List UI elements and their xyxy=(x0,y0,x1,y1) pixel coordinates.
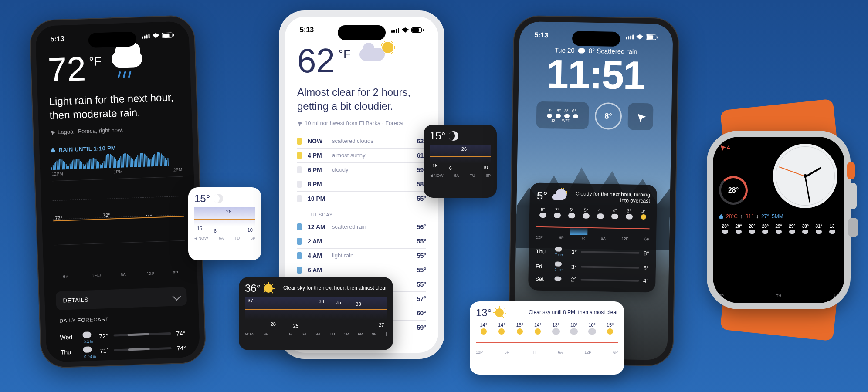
widget-mini-chart xyxy=(536,221,649,237)
ls-widget-temp-ring[interactable]: 8° xyxy=(594,102,622,130)
hourly-row[interactable]: 6 PMcloudy59° xyxy=(297,163,426,177)
complication-temp-ring[interactable]: 28° xyxy=(719,176,748,205)
daily-row[interactable]: Fri2 mm3°6° xyxy=(536,259,649,276)
lockscreen-forecast-widget[interactable]: 5° Cloudy for the next hour, turning int… xyxy=(528,182,657,292)
daily-row[interactable]: Sat2°4° xyxy=(535,274,648,287)
battery-icon: 76 xyxy=(162,32,174,38)
hour-cell: 5° xyxy=(580,207,592,220)
hour-cell: 10° xyxy=(584,322,600,335)
hourly-row[interactable]: 4 AMlight rain55° xyxy=(297,249,426,263)
day-label: TUESDAY xyxy=(297,206,426,220)
hour-cell: 3° xyxy=(623,208,635,220)
sun-icon xyxy=(495,308,504,317)
widget-desc: Clear sky until 8 PM, then almost clear xyxy=(507,309,618,316)
apple-watch: 4 28° 28°C ↑31° ↓27° 5MM 28°28°28°28°29°… xyxy=(707,131,851,309)
temp-unit: °F xyxy=(89,54,102,69)
widget-temp: 13° xyxy=(476,307,492,319)
hour-cell: 6° xyxy=(536,207,549,219)
location-arrow-icon xyxy=(49,129,56,136)
status-time: 5:13 xyxy=(534,31,548,40)
rain-icon: 0.03 in xyxy=(83,346,95,356)
hour-cell: 29° xyxy=(773,224,785,235)
weather-summary: Light rain for the next hour, then moder… xyxy=(49,90,180,123)
hour-cell: 3° xyxy=(637,209,650,221)
raindrop-icon xyxy=(51,147,55,152)
widget-medium-clear[interactable]: 13°Clear sky until 8 PM, then almost cle… xyxy=(470,301,624,375)
lockscreen-widgets-row: 9°8°8°6° 12WED 8° xyxy=(518,101,671,131)
location-label: 10 mi northwest from El Barka · Foreca xyxy=(297,120,426,126)
watch-display[interactable]: 4 28° 28°C ↑31° ↓27° 5MM 28°28°28°28°29°… xyxy=(713,137,844,303)
hourly-temp-chart[interactable]: 72° 72° 71° xyxy=(52,176,185,245)
widget-temp: 5° xyxy=(537,189,548,203)
hour-cell: 28° xyxy=(732,224,745,235)
hour-cell: 14° xyxy=(530,322,546,335)
hour-cell: 28° xyxy=(719,224,732,235)
hour-cell: 13° xyxy=(548,322,564,335)
widget-small-dark[interactable]: 15° 15 6 26 10 ◀ NOW6ATU6P xyxy=(424,125,497,198)
hour-cell: 29° xyxy=(786,224,798,235)
watch-xlabels: 8PTH4A xyxy=(719,294,838,298)
widget-mini-chart xyxy=(476,337,618,349)
signal-icon xyxy=(142,34,149,39)
moon-icon xyxy=(449,131,458,141)
chevron-down-icon xyxy=(173,292,181,301)
hourly-row[interactable]: 12 AMscattered rain56° xyxy=(297,220,426,234)
location-arrow-icon xyxy=(296,120,303,127)
battery-icon: 76 xyxy=(646,34,658,40)
wind-arrow-icon xyxy=(635,111,646,122)
widget-small-light[interactable]: 15° 15 6 26 10 ◀ NOW6ATU6P xyxy=(188,187,261,260)
battery-icon: 76 xyxy=(411,27,424,33)
dynamic-island xyxy=(338,25,386,40)
current-temp: 62 xyxy=(297,44,335,78)
widget-desc: Clear sky for the next hour, then almost… xyxy=(276,285,387,292)
digital-crown[interactable] xyxy=(848,218,858,237)
hourly-row[interactable]: 6 AM55° xyxy=(297,263,426,277)
complication-temp-strip[interactable]: 28°C ↑31° ↓27° 5MM xyxy=(719,213,838,220)
widget-temp: 15° xyxy=(430,130,445,142)
raindrop-icon xyxy=(719,214,723,219)
hour-cell: 7° xyxy=(551,207,563,219)
partly-cloudy-icon xyxy=(359,44,393,64)
rain-icon: 0.3 in xyxy=(82,331,94,341)
phone-dark: 5:13 76 72 °F Light rain for the next ho… xyxy=(29,15,207,369)
hour-cell: 15° xyxy=(603,322,618,335)
weather-summary: Almost clear for 2 hours, getting a bit … xyxy=(297,85,426,114)
hour-cell: 6° xyxy=(565,207,578,220)
widget-chart: 37 28 25 36 35 33 27 xyxy=(245,297,387,330)
widget-desc: Cloudy for the next hour, turning into o… xyxy=(569,190,650,204)
hour-cell: 10° xyxy=(566,322,582,335)
widget-chart: 15 6 26 10 xyxy=(194,207,255,234)
hour-cell: 28° xyxy=(759,224,772,235)
watch-hourly-forecast[interactable]: 28°28°28°28°29°29°30°31°13 xyxy=(719,224,838,235)
rain-until-label: RAIN UNTIL 1:10 PM xyxy=(51,142,181,153)
hour-cell: 13 xyxy=(826,224,838,235)
hourly-row[interactable]: NOWscattered clouds62° xyxy=(297,134,426,149)
wifi-icon xyxy=(152,33,159,38)
temp-unit: °F xyxy=(339,47,351,61)
hourly-row[interactable]: 4 PMalmost sunny61° xyxy=(297,149,426,163)
ls-widget-hourly[interactable]: 9°8°8°6° 12WED xyxy=(536,101,589,129)
complication-compass[interactable]: 4 xyxy=(720,144,730,151)
rain-cloud-icon xyxy=(110,50,145,76)
hour-cell: 28° xyxy=(746,224,758,235)
hourly-row[interactable]: 10 PM55° xyxy=(297,192,426,206)
widget-medium-sunny[interactable]: 36°Clear sky for the next hour, then alm… xyxy=(239,277,393,350)
status-time: 5:13 xyxy=(50,35,64,43)
daily-row[interactable]: Thu7 mm3°8° xyxy=(536,244,649,261)
hour-cell: 4° xyxy=(608,208,621,220)
hourly-row[interactable]: 8 PM58° xyxy=(297,177,426,192)
hourly-row[interactable]: 2 AM55° xyxy=(297,234,426,249)
hour-cell: 14° xyxy=(476,322,492,335)
details-section-header[interactable]: DETAILS xyxy=(56,287,187,310)
ls-widget-wind[interactable] xyxy=(627,103,653,130)
current-temp: 72 xyxy=(47,51,86,87)
compass-arrow-icon xyxy=(719,144,726,151)
action-button[interactable] xyxy=(847,162,855,179)
widget-temp: 15° xyxy=(194,193,210,205)
hour-cell: 4° xyxy=(594,208,607,220)
signal-icon xyxy=(626,34,634,39)
hourly-precip-chart[interactable]: 6P THU 6A 12P 6P xyxy=(54,242,186,280)
partly-cloudy-icon xyxy=(552,191,565,201)
wifi-icon xyxy=(402,27,409,33)
dynamic-island xyxy=(88,31,136,48)
